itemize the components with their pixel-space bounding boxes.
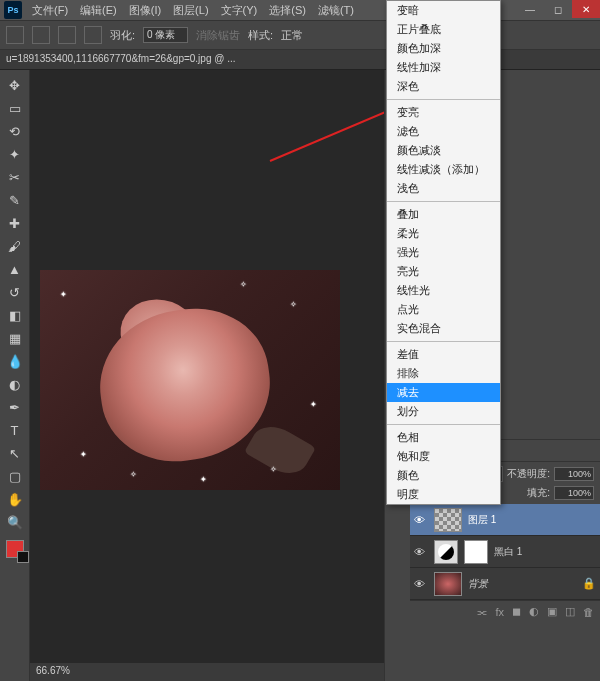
blend-mode-item[interactable]: 减去 [387, 383, 500, 402]
menu-type[interactable]: 文字(Y) [215, 3, 264, 18]
blend-mode-item[interactable]: 叠加 [387, 205, 500, 224]
mask-icon[interactable]: ◼ [512, 605, 521, 618]
layer-name[interactable]: 黑白 1 [494, 545, 522, 559]
menubar: Ps 文件(F) 编辑(E) 图像(I) 图层(L) 文字(Y) 选择(S) 滤… [0, 0, 600, 20]
minimize-button[interactable]: — [516, 0, 544, 18]
group-icon[interactable]: ▣ [547, 605, 557, 618]
zoom-status: 66.67% [30, 663, 384, 681]
stamp-tool[interactable]: ▲ [4, 258, 26, 280]
eyedropper-tool[interactable]: ✎ [4, 189, 26, 211]
blend-mode-item[interactable]: 排除 [387, 364, 500, 383]
wand-tool[interactable]: ✦ [4, 143, 26, 165]
marquee-mode-icon[interactable] [32, 26, 50, 44]
blend-mode-item[interactable]: 颜色加深 [387, 39, 500, 58]
lasso-tool[interactable]: ⟲ [4, 120, 26, 142]
visibility-icon[interactable]: 👁 [414, 514, 428, 526]
menu-select[interactable]: 选择(S) [263, 3, 312, 18]
menu-file[interactable]: 文件(F) [26, 3, 74, 18]
menu-edit[interactable]: 编辑(E) [74, 3, 123, 18]
menu-filter[interactable]: 滤镜(T) [312, 3, 360, 18]
toolbox: ✥ ▭ ⟲ ✦ ✂ ✎ ✚ 🖌 ▲ ↺ ◧ ▦ 💧 ◐ ✒ T ↖ ▢ ✋ 🔍 [0, 70, 30, 681]
link-layers-icon[interactable]: ⫘ [476, 606, 487, 618]
blend-mode-item[interactable]: 明度 [387, 485, 500, 504]
menu-layer[interactable]: 图层(L) [167, 3, 214, 18]
blend-mode-item[interactable]: 色相 [387, 428, 500, 447]
layer-thumbnail[interactable] [434, 572, 462, 596]
layers-footer: ⫘ fx ◼ ◐ ▣ ◫ 🗑 [410, 600, 600, 622]
blend-mode-item[interactable]: 点光 [387, 300, 500, 319]
layer-thumbnail[interactable] [434, 508, 462, 532]
blend-mode-item[interactable]: 亮光 [387, 262, 500, 281]
blend-mode-item[interactable]: 线性减淡（添加） [387, 160, 500, 179]
layer-name[interactable]: 图层 1 [468, 513, 496, 527]
canvas[interactable]: ✦ ✧ ✦ ✧ ✦ ✧ ✦ ✧ 66.67% [30, 70, 384, 681]
eraser-tool[interactable]: ◧ [4, 304, 26, 326]
new-layer-icon[interactable]: ◫ [565, 605, 575, 618]
lock-icon: 🔒 [582, 577, 596, 590]
layer-row[interactable]: 👁 图层 1 [410, 504, 600, 536]
blend-mode-item[interactable]: 正片叠底 [387, 20, 500, 39]
zoom-tool[interactable]: 🔍 [4, 511, 26, 533]
visibility-icon[interactable]: 👁 [414, 546, 428, 558]
tool-preset-icon[interactable] [6, 26, 24, 44]
blend-mode-item[interactable]: 滤色 [387, 122, 500, 141]
close-button[interactable]: ✕ [572, 0, 600, 18]
blend-mode-item[interactable]: 颜色 [387, 466, 500, 485]
blur-tool[interactable]: 💧 [4, 350, 26, 372]
adjustment-icon[interactable]: ◐ [529, 605, 539, 618]
blend-mode-item[interactable]: 划分 [387, 402, 500, 421]
history-brush-tool[interactable]: ↺ [4, 281, 26, 303]
gradient-tool[interactable]: ▦ [4, 327, 26, 349]
menu-image[interactable]: 图像(I) [123, 3, 167, 18]
move-tool[interactable]: ✥ [4, 74, 26, 96]
feather-input[interactable] [143, 27, 188, 43]
visibility-icon[interactable]: 👁 [414, 578, 428, 590]
document-image: ✦ ✧ ✦ ✧ ✦ ✧ ✦ ✧ [40, 270, 340, 490]
marquee-mode-icon-3[interactable] [84, 26, 102, 44]
blend-mode-item[interactable]: 强光 [387, 243, 500, 262]
options-bar: 羽化: 消除锯齿 样式: 正常 高度: [0, 20, 600, 50]
maximize-button[interactable]: ◻ [544, 0, 572, 18]
type-tool[interactable]: T [4, 419, 26, 441]
layer-row[interactable]: 👁 黑白 1 [410, 536, 600, 568]
style-value[interactable]: 正常 [281, 28, 303, 43]
shape-tool[interactable]: ▢ [4, 465, 26, 487]
fill-input[interactable] [554, 486, 594, 500]
blend-mode-item[interactable]: 变亮 [387, 103, 500, 122]
fx-icon[interactable]: fx [495, 606, 504, 618]
dodge-tool[interactable]: ◐ [4, 373, 26, 395]
menu-separator [387, 201, 500, 202]
menu-separator [387, 99, 500, 100]
hand-tool[interactable]: ✋ [4, 488, 26, 510]
opacity-label: 不透明度: [507, 467, 550, 481]
pen-tool[interactable]: ✒ [4, 396, 26, 418]
layer-row[interactable]: 👁 背景 🔒 [410, 568, 600, 600]
blend-mode-item[interactable]: 柔光 [387, 224, 500, 243]
blend-mode-item[interactable]: 饱和度 [387, 447, 500, 466]
menu-separator [387, 341, 500, 342]
blend-mode-item[interactable]: 浅色 [387, 179, 500, 198]
background-color[interactable] [17, 551, 29, 563]
blend-mode-item[interactable]: 深色 [387, 77, 500, 96]
blend-mode-item[interactable]: 变暗 [387, 1, 500, 20]
marquee-tool[interactable]: ▭ [4, 97, 26, 119]
blend-mode-menu: 变暗正片叠底颜色加深线性加深深色变亮滤色颜色减淡线性减淡（添加）浅色叠加柔光强光… [386, 0, 501, 505]
blend-mode-item[interactable]: 线性光 [387, 281, 500, 300]
opacity-input[interactable] [554, 467, 594, 481]
marquee-mode-icon-2[interactable] [58, 26, 76, 44]
document-tab[interactable]: u=1891353400,1116667770&fm=26&gp=0.jpg @… [0, 50, 600, 70]
heal-tool[interactable]: ✚ [4, 212, 26, 234]
delete-icon[interactable]: 🗑 [583, 606, 594, 618]
blend-mode-item[interactable]: 颜色减淡 [387, 141, 500, 160]
foreground-color[interactable] [6, 540, 24, 558]
brush-tool[interactable]: 🖌 [4, 235, 26, 257]
blend-mode-item[interactable]: 线性加深 [387, 58, 500, 77]
layer-name[interactable]: 背景 [468, 577, 488, 591]
mask-thumbnail[interactable] [464, 540, 488, 564]
window-controls: — ◻ ✕ [516, 0, 600, 18]
path-tool[interactable]: ↖ [4, 442, 26, 464]
adjustment-thumbnail[interactable] [434, 540, 458, 564]
blend-mode-item[interactable]: 实色混合 [387, 319, 500, 338]
blend-mode-item[interactable]: 差值 [387, 345, 500, 364]
crop-tool[interactable]: ✂ [4, 166, 26, 188]
